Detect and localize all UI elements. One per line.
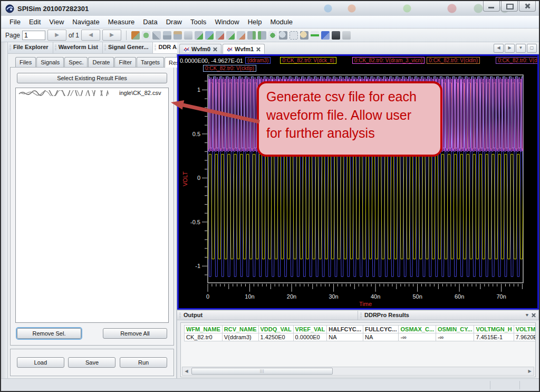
export-page-icon[interactable] [247, 31, 256, 40]
table-row[interactable]: CK_82.tr0 V(ddram3) 1.4250E0 0.0000E0 NA… [185, 333, 536, 341]
col-wfm-name[interactable]: WFM_NAME [185, 326, 223, 333]
settings-disabled-icon[interactable] [342, 31, 351, 40]
col-voltmgn-h[interactable]: VOLTMGN_H [474, 326, 514, 333]
close-window-icon[interactable] [237, 31, 245, 40]
menu-view[interactable]: View [45, 18, 68, 26]
menu-window[interactable]: Window [210, 18, 243, 26]
tab-files[interactable]: Files [15, 57, 36, 68]
tab-filter[interactable]: Filter [114, 57, 136, 68]
tab-signal-generator[interactable]: Signal Gener... [103, 42, 153, 53]
new-window-icon[interactable] [195, 31, 203, 40]
tab-targets[interactable]: Targets [137, 57, 164, 68]
legend-cktln[interactable]: 0:CK_82.tr0: V(cktln) [427, 57, 480, 64]
legend-dram-3-vicn[interactable]: 0:CK_82.tr0: V(dram_3_vicn) [352, 57, 425, 64]
legend-dck-tl[interactable]: 0:CK_82.tr0: V(dck_tl) [280, 57, 336, 64]
ddrpro-results-label: DDRPro Results [364, 312, 409, 318]
list-item[interactable]: ingle\CK_82.csv [18, 90, 166, 96]
tab-list-dropdown-icon[interactable]: ▼ [516, 44, 526, 53]
menu-navigate[interactable]: Navigate [68, 18, 103, 26]
tab-spec[interactable]: Spec. [64, 57, 88, 68]
col-osmax[interactable]: OSMAX_C... [399, 326, 436, 333]
menu-edit[interactable]: Edit [25, 18, 45, 26]
svg-text:20n: 20n [287, 293, 296, 300]
page-input[interactable] [22, 31, 45, 40]
page-icon[interactable] [184, 31, 192, 40]
redo-icon[interactable] [311, 31, 319, 40]
close-button[interactable] [519, 1, 536, 12]
svg-text:0: 0 [206, 293, 209, 300]
col-halfcyc[interactable]: HALFCYC... [327, 326, 363, 333]
load-button[interactable]: Load [17, 357, 64, 368]
select-existing-result-files-button[interactable]: Select Existing Result Files [17, 73, 167, 83]
import-page-icon[interactable] [258, 31, 266, 40]
horizontal-scrollbar[interactable]: ◀ ||| ▶ [182, 367, 534, 376]
output-header[interactable]: Output [177, 311, 358, 320]
paste-icon[interactable] [173, 31, 182, 40]
close-results-icon[interactable] [531, 313, 536, 318]
font-icon[interactable] [321, 31, 330, 40]
tab-file-explorer[interactable]: File Explorer [8, 42, 53, 53]
add-window-icon[interactable] [205, 31, 214, 40]
menu-tools[interactable]: Tools [186, 18, 210, 26]
scroll-right-icon[interactable]: ▶ [526, 368, 534, 375]
marquee-zoom-icon[interactable] [290, 31, 298, 40]
minimize-button[interactable] [483, 1, 500, 12]
zoom-out-icon[interactable] [279, 31, 287, 40]
page-forward-button[interactable]: ▶ [102, 30, 121, 41]
refresh-icon[interactable] [142, 31, 150, 40]
menu-bar: File Edit View Navigate Measure Data Dra… [1, 16, 539, 28]
scroll-left-icon[interactable]: ◀ [182, 368, 190, 375]
cut-icon[interactable] [152, 31, 161, 40]
snapshot-icon[interactable] [332, 31, 340, 40]
zoom-in-icon[interactable] [300, 31, 308, 40]
col-rcv-name[interactable]: RCV_NAME [222, 326, 258, 333]
pin-panel-icon[interactable]: ♥ [526, 312, 528, 318]
status-separator [519, 381, 520, 389]
insert-window-icon[interactable] [226, 31, 235, 40]
scrollbar-thumb[interactable]: ||| [191, 368, 333, 375]
tab-wvfm1-label: Wvfm1 [235, 46, 254, 52]
maximize-view-icon[interactable]: ▢ [527, 44, 537, 53]
scroll-tabs-right-icon[interactable]: ▶ [505, 44, 515, 53]
tab-signals[interactable]: Signals [36, 57, 64, 68]
col-osmin[interactable]: OSMIN_CY... [436, 326, 474, 333]
tab-wvfm1[interactable]: Wvfm1 [223, 44, 265, 54]
run-button[interactable]: Run [120, 357, 167, 368]
menu-draw[interactable]: Draw [162, 18, 186, 26]
col-fullcyc[interactable]: FULLCYC... [363, 326, 399, 333]
tab-waveform-list[interactable]: Waveform List [53, 42, 103, 53]
page-prev-button[interactable]: ◀ [81, 30, 100, 41]
save-button[interactable]: Save [68, 357, 115, 368]
copy-icon[interactable] [163, 31, 171, 40]
tab-wvfm0[interactable]: Wvfm0 [179, 44, 221, 54]
legend-ddram3[interactable]: (ddram3) [245, 57, 271, 64]
maximize-button[interactable] [501, 1, 518, 12]
ddrpro-results-header[interactable]: DDRPro Results ♥ [358, 311, 539, 320]
svg-text:50n: 50n [412, 293, 422, 300]
delete-page-icon[interactable] [216, 31, 224, 40]
collapsed-panel-rail[interactable] [1, 42, 8, 378]
legend-cktlp[interactable]: 0:CK_82.tr0: V(cktlp) [203, 65, 256, 72]
menu-file[interactable]: File [5, 18, 25, 26]
tab-derate[interactable]: Derate [88, 57, 114, 68]
exit-icon[interactable] [131, 31, 140, 40]
remove-all-button[interactable]: Remove All [103, 328, 167, 339]
page-next-button[interactable]: ▶ [47, 30, 66, 41]
remove-selected-button[interactable]: Remove Sel. [17, 328, 81, 339]
menu-module[interactable]: Module [266, 18, 297, 26]
result-file-list[interactable]: ingle\CK_82.csv [15, 88, 169, 323]
close-wvfm0-icon[interactable] [213, 47, 217, 52]
col-vref-val[interactable]: VREF_VAL [293, 326, 327, 333]
waveform-doc-icon [184, 46, 189, 52]
legend-dra[interactable]: 0:CK_82.tr0: V(dra [496, 57, 537, 64]
scroll-tabs-left-icon[interactable]: ◀ [494, 44, 504, 53]
move-icon[interactable] [268, 31, 277, 40]
col-voltmgn-l[interactable]: VOLTMGN_L [514, 326, 536, 333]
menu-measure[interactable]: Measure [104, 18, 139, 26]
svg-text:10n: 10n [245, 293, 254, 300]
menu-data[interactable]: Data [139, 18, 161, 26]
svg-text:-1: -1 [195, 263, 200, 269]
close-wvfm1-icon[interactable] [256, 47, 261, 52]
menu-help[interactable]: Help [244, 18, 266, 26]
col-vddq-val[interactable]: VDDQ_VAL [258, 326, 293, 333]
